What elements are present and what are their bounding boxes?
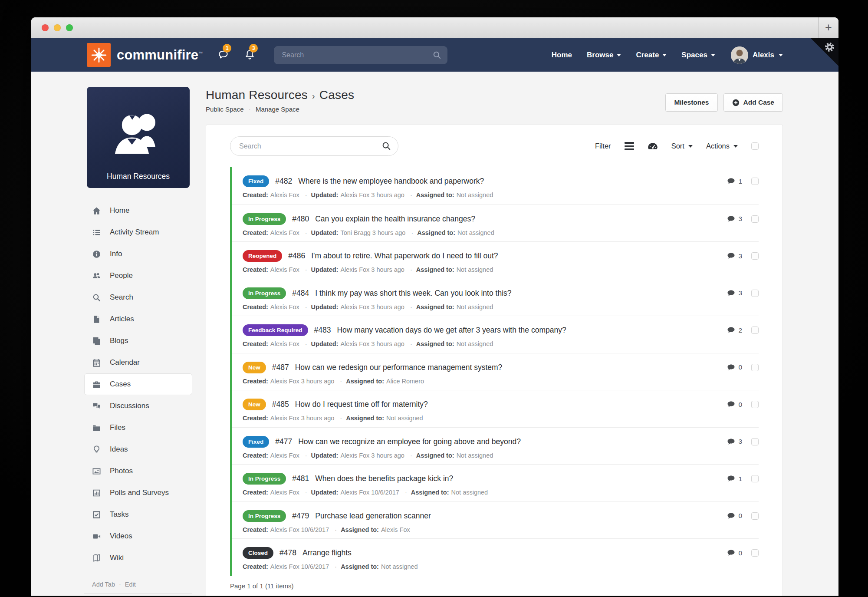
case-title[interactable]: How do I request time off for maternity?	[295, 400, 428, 409]
case-id[interactable]: #481	[292, 474, 309, 483]
sidebar-item[interactable]: Blogs	[84, 330, 192, 352]
case-row[interactable]: Fixed #482 Where is the new employee han…	[230, 167, 759, 204]
list-view-icon[interactable]	[625, 142, 634, 150]
minimize-window-button[interactable]	[54, 24, 61, 31]
sidebar-item[interactable]: Photos	[84, 460, 192, 482]
case-accent-bar	[230, 427, 232, 465]
sort-button[interactable]: Sort	[671, 142, 693, 150]
case-row[interactable]: In Progress #484 I think my pay was shor…	[230, 279, 759, 316]
sidebar-item[interactable]: Videos	[84, 525, 192, 547]
search-icon[interactable]	[382, 142, 391, 151]
chat-button[interactable]: 1	[217, 49, 229, 61]
sidebar-item[interactable]: Info	[84, 243, 192, 265]
case-accent-bar	[230, 390, 232, 427]
case-checkbox[interactable]	[751, 364, 759, 371]
close-window-button[interactable]	[42, 24, 49, 31]
brand-name[interactable]: communifire™	[117, 47, 203, 63]
case-id[interactable]: #477	[275, 437, 292, 446]
case-title[interactable]: How can we redesign our performance mana…	[295, 363, 503, 372]
gear-icon[interactable]	[824, 42, 835, 54]
sidebar-item[interactable]: Activity Stream	[84, 221, 192, 243]
notifications-button[interactable]: 3	[244, 49, 256, 61]
case-checkbox[interactable]	[751, 475, 759, 482]
edit-tabs-link[interactable]: Edit	[125, 581, 136, 588]
nav-item[interactable]: Create	[636, 51, 667, 59]
sidebar-item[interactable]: Ideas	[84, 439, 192, 460]
sidebar-item[interactable]: Tasks	[84, 504, 192, 525]
dashboard-view-icon[interactable]	[648, 142, 658, 150]
case-id[interactable]: #482	[275, 177, 292, 186]
case-id[interactable]: #487	[272, 363, 289, 372]
case-row[interactable]: New #485 How do I request time off for m…	[230, 390, 759, 427]
sidebar-item[interactable]: Articles	[84, 308, 192, 330]
new-tab-button[interactable]: +	[818, 17, 838, 38]
filter-button[interactable]: Filter	[595, 142, 611, 150]
sidebar-item[interactable]: Polls and Surveys	[84, 482, 192, 504]
case-id[interactable]: #484	[292, 289, 309, 298]
case-row[interactable]: In Progress #480 Can you explain the hea…	[230, 204, 759, 242]
tasks-icon	[92, 510, 101, 519]
sidebar-item[interactable]: People	[84, 265, 192, 287]
case-row[interactable]: Fixed #477 How can we recognize an emplo…	[230, 427, 759, 465]
case-checkbox[interactable]	[751, 438, 759, 445]
communifire-logo-icon[interactable]	[87, 43, 111, 67]
add-tab-link[interactable]: Add Tab	[92, 581, 115, 588]
case-row[interactable]: Feedback Required #483 How many vacation…	[230, 316, 759, 353]
home-icon	[92, 206, 101, 215]
case-checkbox[interactable]	[751, 215, 759, 223]
case-title[interactable]: How many vacation days do we get after 3…	[337, 326, 566, 335]
sidebar-item[interactable]: Wiki	[84, 547, 192, 569]
manage-space-link[interactable]: Manage Space	[256, 106, 299, 113]
sidebar-item[interactable]: Home	[84, 200, 192, 221]
videos-icon	[92, 532, 101, 541]
case-row[interactable]: Reopened #486 I'm about to retire. What …	[230, 241, 759, 279]
nav-item[interactable]: Spaces	[681, 51, 715, 59]
case-id[interactable]: #480	[292, 214, 309, 224]
sidebar-item[interactable]: Search	[84, 287, 192, 308]
add-case-button[interactable]: Add Case	[723, 93, 783, 112]
case-row[interactable]: In Progress #479 Purchase lead generatio…	[230, 501, 759, 539]
case-meta: ·Created:Alexis Fox ·Updated:Alexis Fox …	[243, 340, 759, 347]
case-checkbox[interactable]	[751, 178, 759, 185]
sidebar-item[interactable]: Files	[84, 417, 192, 439]
sidebar-item[interactable]: Cases	[84, 373, 192, 395]
case-title[interactable]: I'm about to retire. What paperwork do I…	[311, 251, 498, 261]
case-search-input[interactable]	[230, 136, 398, 156]
case-title[interactable]: Arrange flights	[302, 548, 352, 557]
global-search-input[interactable]	[274, 46, 447, 64]
sidebar-item[interactable]: Calendar	[84, 352, 192, 373]
case-id[interactable]: #486	[288, 251, 305, 261]
search-icon	[92, 293, 101, 302]
space-logo[interactable]: Human Resources	[87, 87, 190, 188]
case-title[interactable]: Can you explain the health insurance cha…	[315, 214, 475, 224]
milestones-button[interactable]: Milestones	[665, 93, 717, 112]
nav-item[interactable]: Browse	[587, 51, 621, 59]
case-row[interactable]: New #487 How can we redesign our perform…	[230, 353, 759, 390]
case-title[interactable]: Where is the new employee handbook and p…	[298, 177, 484, 186]
case-title[interactable]: How can we recognize an employee for goi…	[298, 437, 521, 446]
case-checkbox[interactable]	[751, 252, 759, 260]
case-id[interactable]: #483	[314, 326, 331, 335]
case-title[interactable]: When does the benefits package kick in?	[315, 474, 453, 483]
case-id[interactable]: #479	[292, 511, 309, 521]
zoom-window-button[interactable]	[66, 24, 73, 31]
public-space-link[interactable]: Public Space	[206, 106, 244, 113]
case-id[interactable]: #485	[272, 400, 289, 409]
select-all-checkbox[interactable]	[751, 142, 759, 150]
nav-item[interactable]: Home	[552, 51, 572, 59]
case-checkbox[interactable]	[751, 512, 759, 520]
case-checkbox[interactable]	[751, 290, 759, 297]
case-checkbox[interactable]	[751, 401, 759, 408]
case-checkbox[interactable]	[751, 549, 759, 557]
comment-count: 0	[738, 549, 742, 557]
comments-icon	[727, 326, 735, 334]
case-id[interactable]: #478	[279, 548, 296, 557]
actions-button[interactable]: Actions	[706, 142, 738, 150]
case-title[interactable]: Purchase lead generation scanner	[315, 511, 431, 521]
sidebar-item[interactable]: Discussions	[84, 395, 192, 417]
case-title[interactable]: I think my pay was short this week. Can …	[315, 289, 511, 298]
case-row[interactable]: Closed #478 Arrange flights ·Created:Ale…	[230, 538, 759, 576]
user-menu[interactable]: Alexis	[731, 46, 783, 64]
case-checkbox[interactable]	[751, 327, 759, 334]
case-row[interactable]: In Progress #481 When does the benefits …	[230, 464, 759, 501]
